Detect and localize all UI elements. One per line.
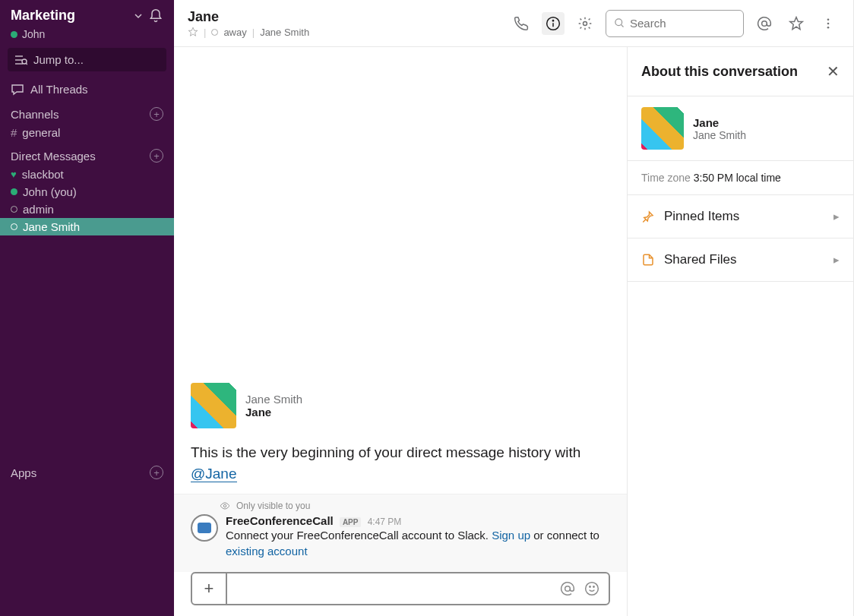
gear-icon[interactable] [574,12,596,35]
visibility-label: Only visible to you [236,501,310,511]
dm-name: John (you) [23,185,77,198]
dm-name: Jane Smith [23,220,80,233]
svg-point-12 [827,18,830,21]
details-fullname: Jane Smith [693,129,746,141]
app-avatar [191,514,218,542]
pinned-label: Pinned Items [664,209,739,224]
channels-label: Channels [11,108,59,121]
jump-to-button[interactable]: Jump to... [8,48,166,71]
presence-away-icon [11,223,17,230]
presence-label: away [223,27,246,38]
timezone-value: 3:50 PM local time [694,172,781,184]
dm-item-admin[interactable]: admin [0,201,174,218]
conversation-fullname: Jane Smith [260,27,309,38]
dm-item-self[interactable]: John (you) [0,183,174,201]
add-app-icon[interactable]: + [150,466,163,479]
sidebar: Marketing John Jump to... All Threads Ch… [0,0,174,616]
workspace-header[interactable]: Marketing [0,0,174,27]
svg-point-13 [827,22,830,24]
details-name: Jane [693,116,746,129]
apps-label: Apps [11,466,36,479]
star-icon[interactable] [188,27,198,37]
svg-point-8 [584,21,587,25]
timezone-row: Time zone 3:50 PM local time [628,161,853,195]
presence-away-icon [211,29,218,36]
channel-name: general [22,126,60,139]
avatar [641,107,684,150]
chevron-down-icon [134,12,142,20]
svg-point-15 [223,504,226,507]
emoji-icon[interactable] [584,581,599,596]
intro-handle: Jane [245,406,302,419]
dm-section-header[interactable]: Direct Messages + [0,141,174,166]
caret-right-icon: ▸ [833,210,840,223]
pinned-items-section[interactable]: Pinned Items ▸ [628,195,853,239]
intro-mention-link[interactable]: @Jane [191,466,237,482]
search-box[interactable] [606,10,744,37]
svg-point-7 [552,20,553,21]
add-channel-icon[interactable]: + [150,107,163,121]
jump-to-label: Jump to... [33,53,84,66]
avatar [191,383,236,428]
svg-point-11 [762,21,767,26]
intro-fullname: Jane Smith [245,393,302,406]
details-title: About this conversation [641,64,798,80]
existing-account-link[interactable]: existing account [226,545,308,558]
info-icon[interactable] [542,12,565,35]
message-sender[interactable]: FreeConferenceCall [226,514,334,527]
all-threads-item[interactable]: All Threads [0,79,174,100]
call-icon[interactable] [510,12,533,35]
search-icon [614,17,625,29]
svg-line-4 [26,63,27,65]
channel-topbar: Jane | away | Jane Smith [174,0,853,47]
chat-column: Jane Smith Jane This is the very beginni… [174,47,627,616]
presence-away-icon [11,206,17,213]
dm-label: Direct Messages [11,150,96,163]
dm-item-slackbot[interactable]: ♥ slackbot [0,166,174,183]
apps-section-header[interactable]: Apps + [0,458,174,616]
svg-point-16 [565,586,571,592]
more-vertical-icon[interactable] [817,12,840,35]
timezone-label: Time zone [641,172,691,184]
current-user-name: John [22,28,45,40]
hash-icon: # [11,126,17,139]
star-list-icon[interactable] [785,12,808,35]
presence-active-icon [11,31,17,38]
conversation-title: Jane [188,9,501,25]
close-icon[interactable]: ✕ [827,62,840,81]
svg-point-14 [827,26,830,28]
svg-point-19 [593,586,594,587]
attach-button[interactable]: + [192,573,227,604]
intro-text: This is the very beginning of your direc… [191,442,610,484]
mention-icon[interactable] [560,581,575,596]
system-message: Only visible to you FreeConferenceCall A… [174,494,627,573]
bell-icon[interactable] [148,8,163,24]
mentions-icon[interactable] [753,12,776,35]
file-icon [641,253,655,267]
eye-icon [220,501,230,511]
app-badge: APP [340,517,362,527]
dm-name: admin [23,203,54,216]
message-time: 4:47 PM [368,516,402,527]
current-user-row[interactable]: John [0,27,174,48]
presence-active-icon [11,188,17,195]
dm-item-jane[interactable]: Jane Smith [0,218,174,235]
signup-link[interactable]: Sign up [492,529,530,542]
workspace-name: Marketing [11,8,75,24]
channels-section-header[interactable]: Channels + [0,100,174,124]
message-composer: + [174,572,627,616]
jump-to-icon [15,55,27,65]
svg-point-17 [586,583,599,595]
details-panel: About this conversation ✕ Jane Jane Smit… [627,47,853,616]
shared-files-section[interactable]: Shared Files ▸ [628,239,853,282]
details-user-row[interactable]: Jane Jane Smith [628,96,853,161]
shared-label: Shared Files [664,252,736,267]
message-text: Connect your FreeConferenceCall account … [226,527,610,561]
svg-point-9 [615,19,622,26]
main-area: Jane | away | Jane Smith [174,0,854,616]
svg-line-10 [621,24,623,27]
message-input[interactable] [227,573,551,604]
channel-item-general[interactable]: # general [0,124,174,141]
add-dm-icon[interactable]: + [150,149,163,163]
caret-right-icon: ▸ [833,253,840,267]
